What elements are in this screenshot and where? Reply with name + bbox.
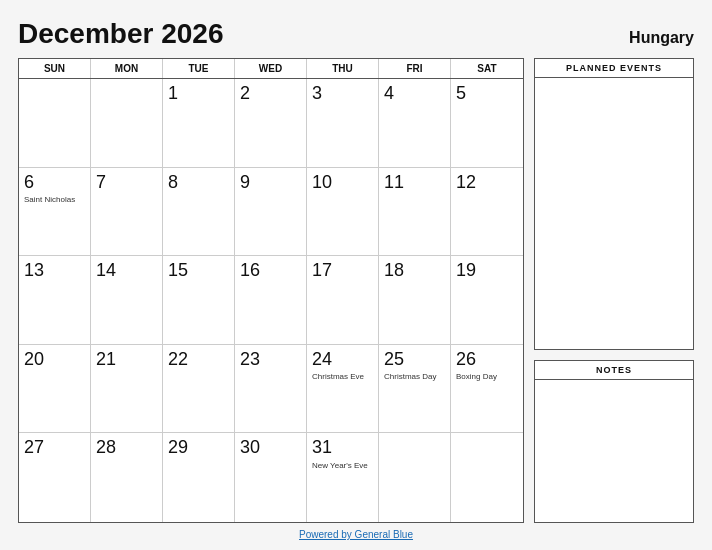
notes-header: NOTES <box>535 361 693 380</box>
table-row: 13 <box>19 256 91 345</box>
powered-by-link[interactable]: Powered by General Blue <box>299 529 413 540</box>
day-header-wed: WED <box>235 59 307 78</box>
table-row: 26Boxing Day <box>451 345 523 434</box>
sidebar: PLANNED EVENTS NOTES <box>534 58 694 523</box>
table-row: 6Saint Nicholas <box>19 168 91 257</box>
table-row: 22 <box>163 345 235 434</box>
notes-content <box>535 380 693 522</box>
table-row: 14 <box>91 256 163 345</box>
day-headers: SUN MON TUE WED THU FRI SAT <box>19 59 523 79</box>
table-row: 27 <box>19 433 91 522</box>
footer: Powered by General Blue <box>18 529 694 540</box>
table-row: 15 <box>163 256 235 345</box>
table-row: 16 <box>235 256 307 345</box>
planned-events-content <box>535 78 693 349</box>
day-header-fri: FRI <box>379 59 451 78</box>
calendar-grid: 1 2 3 4 5 6Saint Nicholas 7 8 9 10 11 12… <box>19 79 523 522</box>
month-year-title: December 2026 <box>18 18 223 50</box>
table-row: 28 <box>91 433 163 522</box>
day-header-thu: THU <box>307 59 379 78</box>
header: December 2026 Hungary <box>18 18 694 50</box>
calendar: SUN MON TUE WED THU FRI SAT 1 2 3 4 5 6S… <box>18 58 524 523</box>
table-row: 31New Year's Eve <box>307 433 379 522</box>
table-row: 5 <box>451 79 523 168</box>
table-row: 30 <box>235 433 307 522</box>
table-row: 9 <box>235 168 307 257</box>
day-header-sat: SAT <box>451 59 523 78</box>
table-row: 2 <box>235 79 307 168</box>
table-row: 8 <box>163 168 235 257</box>
planned-events-box: PLANNED EVENTS <box>534 58 694 350</box>
table-row: 12 <box>451 168 523 257</box>
table-row: 10 <box>307 168 379 257</box>
table-row: 25Christmas Day <box>379 345 451 434</box>
table-row: 18 <box>379 256 451 345</box>
table-row: 24Christmas Eve <box>307 345 379 434</box>
table-row <box>379 433 451 522</box>
day-header-tue: TUE <box>163 59 235 78</box>
table-row: 7 <box>91 168 163 257</box>
table-row: 29 <box>163 433 235 522</box>
table-row <box>19 79 91 168</box>
day-header-mon: MON <box>91 59 163 78</box>
main-area: SUN MON TUE WED THU FRI SAT 1 2 3 4 5 6S… <box>18 58 694 523</box>
table-row <box>91 79 163 168</box>
table-row <box>451 433 523 522</box>
table-row: 17 <box>307 256 379 345</box>
table-row: 20 <box>19 345 91 434</box>
page: December 2026 Hungary SUN MON TUE WED TH… <box>0 0 712 550</box>
table-row: 21 <box>91 345 163 434</box>
table-row: 3 <box>307 79 379 168</box>
table-row: 4 <box>379 79 451 168</box>
country-title: Hungary <box>629 29 694 47</box>
table-row: 23 <box>235 345 307 434</box>
table-row: 11 <box>379 168 451 257</box>
day-header-sun: SUN <box>19 59 91 78</box>
table-row: 19 <box>451 256 523 345</box>
planned-events-header: PLANNED EVENTS <box>535 59 693 78</box>
notes-box: NOTES <box>534 360 694 523</box>
table-row: 1 <box>163 79 235 168</box>
